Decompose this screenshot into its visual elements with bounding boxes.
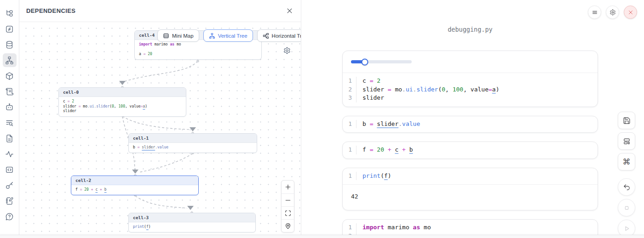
- panel-title: DEPENDENCIES: [26, 7, 75, 14]
- save-button[interactable]: [618, 112, 635, 129]
- cell-editor[interactable]: 1f = 20 + c + b: [343, 142, 598, 159]
- gear-icon: [283, 47, 291, 54]
- graph-node-cell-1[interactable]: cell-1 b = slider.value: [128, 133, 257, 153]
- mini-map-button[interactable]: Mini Map: [157, 29, 199, 42]
- node-code: import marimo as moa = 20: [135, 40, 261, 59]
- node-code: print(f): [129, 222, 255, 232]
- logs-scroll-icon: [5, 87, 14, 96]
- sidebar-item-snippets[interactable]: [3, 163, 17, 176]
- notebook-filename: debugging.py: [342, 26, 598, 33]
- cell-editor[interactable]: 1b = slider.value: [343, 116, 598, 133]
- secrets-key-icon: [5, 181, 14, 190]
- keyboard-shortcuts-button[interactable]: ⌘: [618, 153, 635, 170]
- plus-icon: [285, 184, 291, 190]
- save-icon: [623, 117, 631, 125]
- package-icon: [5, 72, 14, 80]
- cell-editor[interactable]: 1c = 22slider = mo.ui.slider(0, 100, val…: [343, 73, 598, 107]
- vertical-tree-button[interactable]: Vertical Tree: [203, 29, 253, 42]
- minus-icon: [285, 197, 291, 204]
- notebook-cells: 1c = 22slider = mo.ui.slider(0, 100, val…: [342, 51, 598, 238]
- notebook-action-rail: ⌘: [618, 112, 635, 237]
- vertical-tree-icon: [209, 33, 215, 39]
- horizontal-tree-button[interactable]: Horizontal Tree: [257, 29, 301, 42]
- cell-card-print[interactable]: 1print(f) 42: [342, 168, 598, 211]
- cell-output-value: 42: [343, 184, 598, 210]
- command-icon: ⌘: [623, 158, 631, 166]
- sidebar-item-packages[interactable]: [3, 69, 17, 83]
- graph-view-toggles: Mini Map Vertical Tree Horizontal Tree: [157, 29, 301, 42]
- slider-thumb[interactable]: [362, 58, 368, 65]
- sidebar-item-file-tree[interactable]: [3, 6, 17, 20]
- node-title: cell-1: [129, 134, 257, 143]
- database-icon: [5, 40, 14, 49]
- tracing-activity-icon: [5, 150, 14, 159]
- sidebar-item-secrets[interactable]: [3, 178, 17, 192]
- node-code: f = 20 + c + b: [71, 185, 198, 195]
- notebook-area: debugging.py 1c = 22slider = mo.ui.slide…: [301, 0, 644, 238]
- node-title: cell-3: [129, 213, 255, 222]
- rail-gap: [618, 174, 635, 175]
- footer-bar[interactable]: [0, 235, 644, 238]
- sidebar-item-ai-chat[interactable]: [3, 100, 17, 114]
- fit-view-button[interactable]: [282, 206, 294, 219]
- cell-card-f[interactable]: 1f = 20 + c + b: [342, 142, 598, 159]
- scratchpad-icon: [5, 197, 14, 205]
- notebook-settings-button[interactable]: [606, 6, 619, 19]
- undo-icon: [623, 183, 631, 191]
- close-panel-button[interactable]: [286, 7, 293, 14]
- snippets-code-icon: [5, 165, 14, 174]
- sidebar-item-dependencies[interactable]: [3, 53, 17, 67]
- layout-button[interactable]: [618, 132, 635, 150]
- gear-icon: [610, 9, 616, 16]
- stop-button[interactable]: [618, 199, 635, 216]
- sidebar-item-scratchpad[interactable]: [3, 194, 17, 208]
- notebook-header-buttons: [588, 6, 637, 19]
- dependencies-panel-header: DEPENDENCIES: [19, 0, 301, 22]
- close-icon: [627, 9, 634, 16]
- layout-icon: [623, 137, 631, 145]
- help-icon: [5, 212, 14, 221]
- horizontal-tree-icon: [263, 33, 269, 39]
- graph-node-cell-3[interactable]: cell-3 print(f): [128, 213, 256, 232]
- sidebar-item-find-replace[interactable]: [3, 116, 17, 130]
- shutdown-button[interactable]: [624, 6, 637, 19]
- notebook-menu-button[interactable]: [588, 6, 601, 19]
- cell-editor[interactable]: 1print(f): [343, 168, 598, 185]
- graph-zoom-controls: [281, 180, 294, 232]
- sidebar-item-tracing[interactable]: [3, 147, 17, 161]
- stop-icon: [623, 204, 631, 212]
- function-square-icon: [5, 25, 14, 34]
- node-code: c = 2slider = mo.ui.slider(0, 100, value…: [59, 97, 186, 116]
- node-code: b = slider.value: [129, 143, 257, 153]
- sidebar-item-function[interactable]: [3, 22, 17, 36]
- cell-card-b[interactable]: 1b = slider.value: [342, 116, 598, 133]
- graph-node-cell-0[interactable]: cell-0 c = 2slider = mo.ui.slider(0, 100…: [58, 87, 186, 117]
- graph-node-cell-2[interactable]: cell-2 f = 20 + c + b: [71, 176, 199, 195]
- zoom-in-button[interactable]: [282, 181, 294, 193]
- fullscreen-icon: [285, 210, 291, 216]
- sidebar-item-datasources[interactable]: [3, 38, 17, 51]
- slider-widget[interactable]: [351, 60, 412, 63]
- menu-icon: [592, 9, 598, 16]
- chat-bot-icon: [5, 103, 14, 112]
- undo-button[interactable]: [618, 178, 635, 196]
- dependencies-panel: DEPENDENCIES: [19, 0, 301, 238]
- center-selection-button[interactable]: [282, 219, 294, 232]
- activity-sidebar: [0, 0, 19, 238]
- sidebar-item-help[interactable]: [3, 210, 17, 223]
- text-search-icon: [5, 119, 14, 127]
- play-icon: [623, 225, 631, 232]
- node-title: cell-0: [59, 88, 186, 97]
- mini-map-icon: [163, 33, 169, 39]
- zoom-out-button[interactable]: [282, 193, 294, 206]
- dependency-graph-icon: [5, 56, 14, 65]
- cell-card-slider[interactable]: 1c = 22slider = mo.ui.slider(0, 100, val…: [342, 51, 598, 107]
- node-title: cell-2: [71, 176, 198, 185]
- sidebar-item-logs[interactable]: [3, 85, 17, 98]
- map-pin-icon: [285, 223, 291, 229]
- dependency-graph-canvas[interactable]: Mini Map Vertical Tree Horizontal Tree c…: [19, 23, 301, 238]
- sidebar-item-documentation[interactable]: [3, 131, 17, 145]
- file-tree-icon: [5, 9, 14, 18]
- document-icon: [5, 134, 14, 143]
- graph-settings-button[interactable]: [283, 47, 291, 54]
